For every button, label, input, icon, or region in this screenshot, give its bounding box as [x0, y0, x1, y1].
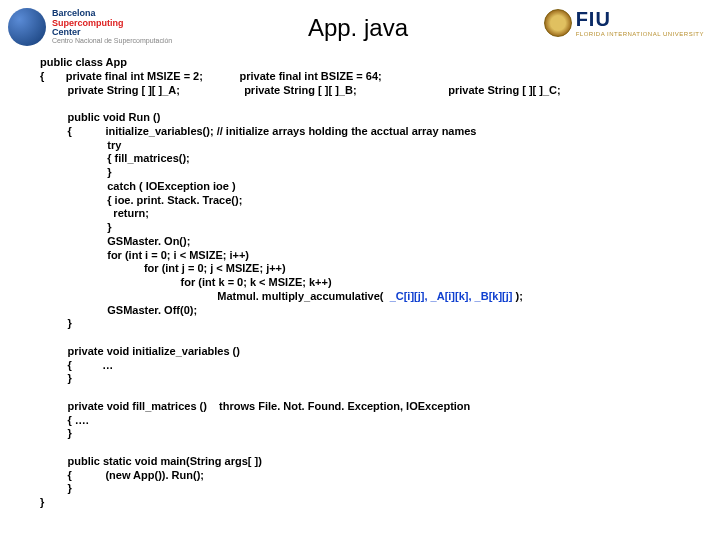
code-line: { initialize_variables(); // initialize … — [40, 125, 477, 137]
code-line: { ioe. print. Stack. Trace(); — [40, 194, 242, 206]
bsc-logo: Barcelona Supercomputing Center Centro N… — [8, 8, 172, 46]
fiu-subtitle: FLORIDA INTERNATIONAL UNIVERSITY — [576, 31, 704, 37]
code-line: GSMaster. On(); — [40, 235, 190, 247]
code-line: catch ( IOException ioe ) — [40, 180, 236, 192]
code-line: } — [40, 166, 112, 178]
slide-header: Barcelona Supercomputing Center Centro N… — [0, 0, 720, 46]
code-line: GSMaster. Off(0); — [40, 304, 197, 316]
code-line: public class App — [40, 56, 127, 68]
code-line: try — [40, 139, 121, 151]
fiu-crest-icon — [544, 9, 572, 37]
code-line: ); — [512, 290, 522, 302]
code-line: { fill_matrices(); — [40, 152, 190, 164]
bsc-line3: Center — [52, 28, 172, 37]
code-line: { private final int MSIZE = 2; private f… — [40, 70, 382, 82]
code-line: private void fill_matrices () throws Fil… — [40, 400, 470, 412]
code-line: for (int j = 0; j < MSIZE; j++) — [40, 262, 286, 274]
code-line: private void initialize_variables () — [40, 345, 240, 357]
slide-title: App. java — [172, 14, 543, 42]
code-line: public static void main(String args[ ]) — [40, 455, 262, 467]
bsc-logo-text: Barcelona Supercomputing Center Centro N… — [52, 9, 172, 45]
code-line: } — [40, 317, 72, 329]
code-line: { …. — [40, 414, 89, 426]
code-line: for (int k = 0; k < MSIZE; k++) — [40, 276, 332, 288]
bsc-subtitle: Centro Nacional de Supercomputación — [52, 37, 172, 44]
code-line: Matmul. multiply_accumulative( — [40, 290, 387, 302]
code-line: } — [40, 427, 72, 439]
code-block: public class App { private final int MSI… — [0, 46, 720, 510]
code-line: public void Run () — [40, 111, 160, 123]
code-line: } — [40, 372, 72, 384]
code-line: return; — [40, 207, 149, 219]
code-line: { … — [40, 359, 113, 371]
code-line: } — [40, 482, 72, 494]
fiu-text-block: FIU FLORIDA INTERNATIONAL UNIVERSITY — [576, 8, 704, 37]
code-line: } — [40, 221, 112, 233]
code-highlight: _C[i][j], _A[i][k], _B[k][j] — [387, 290, 513, 302]
code-line: private String [ ][ ]_A; private String … — [40, 84, 561, 96]
code-line: } — [40, 496, 44, 508]
code-line: for (int i = 0; i < MSIZE; i++) — [40, 249, 249, 261]
code-line: { (new App()). Run(); — [40, 469, 204, 481]
fiu-name: FIU — [576, 8, 704, 31]
bsc-logo-ball-icon — [8, 8, 46, 46]
fiu-logo: FIU FLORIDA INTERNATIONAL UNIVERSITY — [544, 8, 704, 37]
